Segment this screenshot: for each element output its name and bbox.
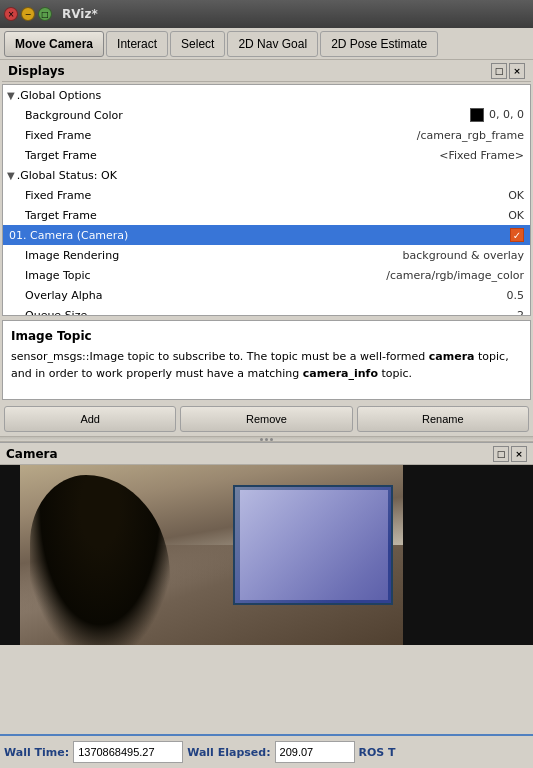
- camera-black-left: [0, 465, 20, 645]
- tree-label: 01. Camera (Camera): [9, 229, 510, 242]
- divider-dot: [270, 438, 273, 441]
- camera-checkbox[interactable]: ✓: [510, 228, 524, 242]
- camera-panel: Camera □ ×: [0, 442, 533, 734]
- divider-dot: [265, 438, 268, 441]
- displays-tree[interactable]: ▼ .Global Options Background Color 0, 0,…: [2, 84, 531, 316]
- move-camera-button[interactable]: Move Camera: [4, 31, 104, 57]
- action-buttons: Add Remove Rename: [2, 402, 531, 436]
- divider-dots: [260, 438, 273, 441]
- tree-row[interactable]: ▼ .Global Options: [3, 85, 530, 105]
- window-title: RViz*: [62, 7, 98, 21]
- displays-header-icons: □ ×: [491, 63, 525, 79]
- maximize-icon: □: [41, 10, 49, 19]
- wall-elapsed-label: Wall Elapsed:: [187, 746, 270, 759]
- tree-row[interactable]: Background Color 0, 0, 0: [3, 105, 530, 125]
- tree-label: Fixed Frame: [25, 189, 508, 202]
- tree-label: Target Frame: [25, 209, 508, 222]
- camera-header: Camera □ ×: [0, 443, 533, 465]
- tree-value: OK: [508, 189, 530, 202]
- tree-value: ✓: [510, 228, 530, 242]
- tree-value: background & overlay: [403, 249, 530, 262]
- tree-row[interactable]: Image Topic /camera/rgb/image_color: [3, 265, 530, 285]
- camera-display-row[interactable]: 01. Camera (Camera) ✓: [3, 225, 530, 245]
- toolbar: Move Camera Interact Select 2D Nav Goal …: [0, 28, 533, 60]
- select-button[interactable]: Select: [170, 31, 225, 57]
- displays-header: Displays □ ×: [2, 60, 531, 82]
- info-box: Image Topic sensor_msgs::Image topic to …: [2, 320, 531, 400]
- displays-maximize-icon[interactable]: □: [491, 63, 507, 79]
- tree-row[interactable]: Fixed Frame /camera_rgb_frame: [3, 125, 530, 145]
- tree-arrow: ▼: [7, 170, 15, 181]
- tree-row[interactable]: Image Rendering background & overlay: [3, 245, 530, 265]
- tree-value: OK: [508, 209, 530, 222]
- tree-arrow: ▼: [7, 90, 15, 101]
- camera-image-area: [0, 465, 533, 645]
- tree-row[interactable]: Overlay Alpha 0.5: [3, 285, 530, 305]
- titlebar: × − □ RViz*: [0, 0, 533, 28]
- tree-row[interactable]: Queue Size 2: [3, 305, 530, 316]
- displays-close-icon[interactable]: ×: [509, 63, 525, 79]
- tree-label: Overlay Alpha: [25, 289, 507, 302]
- tree-row[interactable]: ▼ .Global Status: OK: [3, 165, 530, 185]
- 2d-pose-estimate-button[interactable]: 2D Pose Estimate: [320, 31, 438, 57]
- tree-label: Image Topic: [25, 269, 386, 282]
- minimize-button[interactable]: −: [21, 7, 35, 21]
- camera-label: Camera: [6, 447, 58, 461]
- displays-pane: Displays □ × ▼ .Global Options Back: [0, 60, 533, 436]
- tree-label: Image Rendering: [25, 249, 403, 262]
- monitor-screen: [240, 490, 388, 600]
- divider-dot: [260, 438, 263, 441]
- tree-label: Background Color: [25, 109, 470, 122]
- wall-elapsed-input[interactable]: [275, 741, 355, 763]
- info-text: sensor_msgs::Image topic to subscribe to…: [11, 349, 522, 382]
- close-button[interactable]: ×: [4, 7, 18, 21]
- tree-label: Fixed Frame: [25, 129, 417, 142]
- tree-label: Target Frame: [25, 149, 439, 162]
- tree-value: 2: [517, 309, 530, 317]
- tree-value: /camera_rgb_frame: [417, 129, 530, 142]
- wall-time-label: Wall Time:: [4, 746, 69, 759]
- color-swatch: [470, 108, 484, 122]
- close-icon: ×: [8, 10, 15, 19]
- tree-row[interactable]: Target Frame <Fixed Frame>: [3, 145, 530, 165]
- tree-value: <Fixed Frame>: [439, 149, 530, 162]
- camera-black-right: [403, 465, 533, 645]
- displays-label: Displays: [8, 64, 65, 78]
- 2d-nav-goal-button[interactable]: 2D Nav Goal: [227, 31, 318, 57]
- window-controls: × − □: [4, 7, 52, 21]
- camera-maximize-icon[interactable]: □: [493, 446, 509, 462]
- tree-row[interactable]: Target Frame OK: [3, 205, 530, 225]
- camera-header-icons: □ ×: [493, 446, 527, 462]
- time-bar: Wall Time: Wall Elapsed: ROS T: [0, 734, 533, 768]
- camera-viewport: [0, 465, 533, 645]
- wall-time-input[interactable]: [73, 741, 183, 763]
- maximize-button[interactable]: □: [38, 7, 52, 21]
- tree-label: Queue Size: [25, 309, 517, 317]
- interact-button[interactable]: Interact: [106, 31, 168, 57]
- ros-time-label: ROS T: [359, 746, 396, 759]
- tree-row[interactable]: Fixed Frame OK: [3, 185, 530, 205]
- add-button[interactable]: Add: [4, 406, 176, 432]
- main-container: Displays □ × ▼ .Global Options Back: [0, 60, 533, 768]
- camera-image-center: [20, 465, 403, 645]
- tree-label: .Global Options: [17, 89, 524, 102]
- info-box-title: Image Topic: [11, 327, 522, 345]
- remove-button[interactable]: Remove: [180, 406, 352, 432]
- minimize-icon: −: [25, 10, 32, 19]
- tree-value: /camera/rgb/image_color: [386, 269, 530, 282]
- tree-value: 0, 0, 0: [470, 108, 530, 122]
- tree-value: 0.5: [507, 289, 531, 302]
- rename-button[interactable]: Rename: [357, 406, 529, 432]
- tree-label: .Global Status: OK: [17, 169, 524, 182]
- camera-close-icon[interactable]: ×: [511, 446, 527, 462]
